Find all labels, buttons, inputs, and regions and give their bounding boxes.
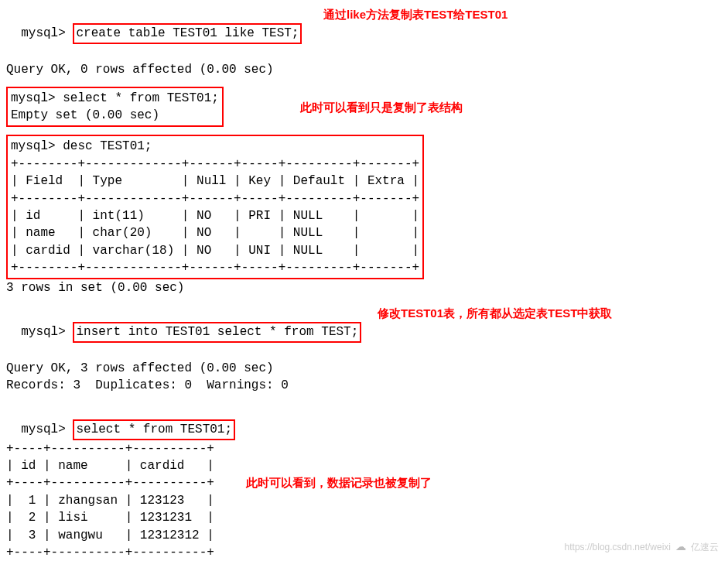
table-row: | 1 | zhangsan | 123123 | [6,492,722,509]
table-border: +--------+-------------+------+-----+---… [11,259,419,276]
terminal-output: Query OK, 0 rows affected (0.00 sec) [6,61,722,78]
annotation-structure-only: 此时可以看到只是复制了表结构 [300,99,463,115]
annotation-insert-select: 修改TEST01表，所有都从选定表TEST中获取 [378,305,612,321]
annotation-data-copied: 此时可以看到，数据记录也被复制了 [246,474,432,491]
table-row: | 2 | lisi | 1231231 | [6,509,722,526]
command-text: desc TEST01; [63,139,152,153]
terminal-output: Records: 3 Duplicates: 0 Warnings: 0 [6,377,722,394]
highlighted-command: select * from TEST01; [73,419,235,440]
table-border: +----+----------+----------+ [6,440,722,457]
mysql-prompt: mysql> [21,422,66,436]
terminal-output: 3 rows in set (0.00 sec) [6,279,722,296]
highlighted-block: mysql> select * from TEST01; Empty set (… [6,87,224,128]
terminal-line: mysql> desc TEST01; [11,138,419,155]
table-header: | Field | Type | Null | Key | Default | … [11,173,419,190]
highlighted-command: create table TEST01 like TEST; [73,23,302,43]
watermark-url: https://blog.csdn.net/weixi [565,541,671,554]
terminal-line: mysql> create table TEST01 like TEST; 通过… [6,6,722,61]
command-text: select * from TEST01; [63,91,219,105]
table-row: | id | int(11) | NO | PRI | NULL | | [11,207,419,224]
table-row: | name | char(20) | NO | | NULL | | [11,224,419,241]
mysql-prompt: mysql> [11,91,56,105]
mysql-prompt: mysql> [21,26,66,40]
terminal-output: Query OK, 3 rows affected (0.00 sec) [6,360,722,377]
watermark-brand: 亿速云 [691,541,719,554]
mysql-prompt: mysql> [21,325,66,339]
table-border: +--------+-------------+------+-----+---… [11,156,419,173]
mysql-prompt: mysql> [11,139,56,153]
terminal-output: Empty set (0.00 sec) [11,107,219,124]
annotation-like-copy: 通过like方法复制表TEST给TEST01 [323,6,508,22]
terminal-line: mysql> select * from TEST01; [6,402,722,440]
table-row: | cardid | varchar(18) | NO | UNI | NULL… [11,242,419,259]
highlighted-command: insert into TEST01 select * from TEST; [73,322,361,342]
cloud-icon: ☁ [675,539,686,555]
terminal-line: mysql> select * from TEST01; [11,90,219,107]
table-border: +--------+-------------+------+-----+---… [11,190,419,207]
table-header: | id | name | cardid | [6,457,722,474]
highlighted-block-desc: mysql> desc TEST01; +--------+----------… [6,135,424,279]
terminal-line: mysql> insert into TEST01 select * from … [6,305,722,360]
watermark: https://blog.csdn.net/weixi ☁ 亿速云 [565,539,719,555]
